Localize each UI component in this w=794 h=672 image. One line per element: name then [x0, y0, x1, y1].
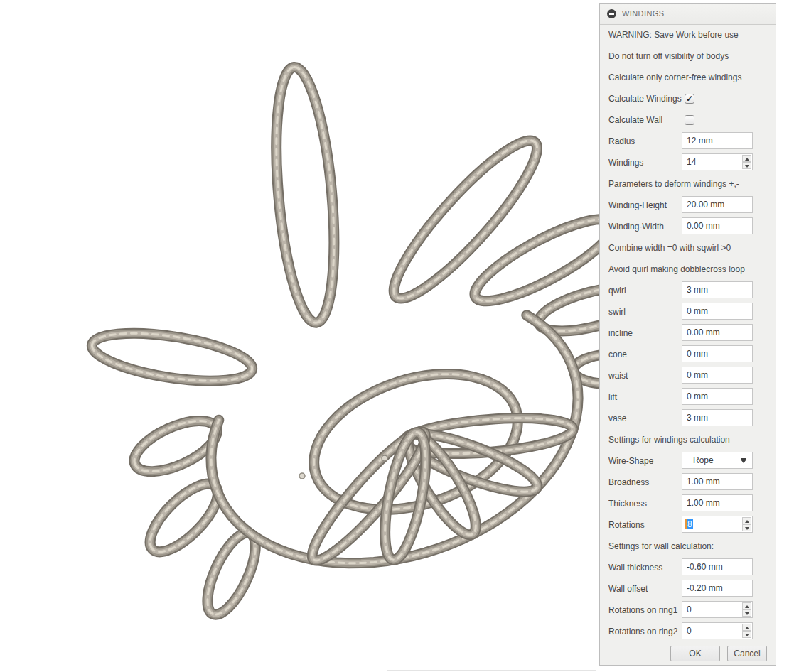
row-radius: Radius12 mm [600, 131, 776, 152]
incline-value: 0.00 mm [682, 325, 720, 340]
swirl-input[interactable]: 0 mm [682, 303, 753, 320]
row-cone: cone0 mm [600, 344, 776, 365]
waist-input[interactable]: 0 mm [682, 367, 753, 384]
row-qwirl: qwirl3 mm [600, 280, 776, 301]
broadness-label: Broadness [608, 477, 649, 487]
thickness-label: Thickness [608, 499, 647, 509]
cone-label: cone [608, 349, 627, 359]
rotations-on-ring2-spin-up-button[interactable] [742, 624, 751, 631]
vase-value: 3 mm [682, 410, 708, 426]
rotations-on-ring2-input[interactable]: 0 [682, 622, 753, 639]
winding-width-input[interactable]: 0.00 mm [682, 217, 753, 234]
collapse-minus-icon[interactable] [607, 9, 616, 18]
warning-save-work-before-use-label: WARNING: Save Work before use [608, 30, 739, 40]
3d-viewport[interactable] [0, 0, 599, 672]
row-waist: waist0 mm [600, 365, 776, 386]
row-thickness: Thickness1.00 mm [600, 493, 776, 514]
dialog-header: WINDINGS [600, 4, 776, 25]
wire-shape-value: Rope [682, 452, 714, 468]
calculate-only-corner-free-windings-label: Calculate only corner-free windings [608, 72, 741, 82]
cone-value: 0 mm [682, 346, 708, 362]
incline-label: incline [608, 328, 633, 338]
thickness-input[interactable]: 1.00 mm [682, 494, 753, 511]
rotations-input[interactable]: 8 [682, 516, 753, 533]
qwirl-value: 3 mm [682, 282, 708, 298]
calculate-wall-label: Calculate Wall [608, 115, 662, 125]
rotations-on-ring1-label: Rotations on ring1 [608, 605, 677, 615]
dialog-footer: OK Cancel [600, 641, 776, 665]
windings-value: 14 [682, 154, 696, 170]
wire-shape-select[interactable]: Rope [682, 452, 753, 469]
do-not-turn-off-visibility-of-bodys-label: Do not turn off visibility of bodys [608, 51, 729, 61]
vertex-marker[interactable] [382, 455, 387, 461]
rotations-on-ring2-spin-down-button[interactable] [742, 631, 751, 638]
waist-label: waist [608, 371, 628, 381]
windings-label: Windings [608, 158, 643, 168]
winding-height-value: 20.00 mm [682, 197, 724, 212]
lift-input[interactable]: 0 mm [682, 388, 753, 405]
row-rotations-on-ring1: Rotations on ring10 [600, 600, 776, 621]
settings-for-windings-calculation-label: Settings for windings calculation [608, 435, 730, 445]
toolbar-edge-line [387, 670, 596, 671]
winding-height-label: Winding-Height [608, 200, 667, 210]
radius-value: 12 mm [682, 133, 713, 148]
row-incline: incline0.00 mm [600, 323, 776, 344]
radius-input[interactable]: 12 mm [682, 132, 753, 149]
incline-input[interactable]: 0.00 mm [682, 324, 753, 341]
rotations-value: 8 [687, 519, 693, 529]
calculate-wall-checkbox[interactable] [685, 115, 694, 125]
rotations-spin-up-button[interactable] [742, 517, 751, 524]
rotations-on-ring1-value: 0 [682, 602, 692, 617]
winding-width-value: 0.00 mm [682, 218, 720, 234]
wall-offset-value: -0.20 mm [682, 580, 723, 596]
winding-height-input[interactable]: 20.00 mm [682, 196, 753, 213]
qwirl-input[interactable]: 3 mm [682, 281, 753, 298]
winding-width-label: Winding-Width [608, 222, 664, 232]
swirl-value: 0 mm [682, 303, 708, 319]
row-swirl: swirl0 mm [600, 301, 776, 323]
windings-dialog: WINDINGS WARNING: Save Work before useDo… [599, 3, 776, 666]
swirl-label: swirl [608, 307, 626, 317]
cone-input[interactable]: 0 mm [682, 345, 753, 362]
wall-offset-input[interactable]: -0.20 mm [682, 580, 753, 597]
wall-thickness-value: -0.60 mm [682, 559, 723, 575]
vase-input[interactable]: 3 mm [682, 409, 753, 426]
windings-spin-down-button[interactable] [742, 162, 751, 169]
radius-label: Radius [608, 136, 635, 146]
row-calculate-wall: Calculate Wall [600, 109, 776, 131]
wall-thickness-label: Wall thickness [608, 563, 662, 573]
row-rotations-on-ring2: Rotations on ring20 [600, 621, 776, 642]
row-rotations: Rotations8 [600, 514, 776, 536]
windings-input[interactable]: 14 [682, 153, 753, 170]
dialog-body: WARNING: Save Work before useDo not turn… [600, 24, 776, 642]
row-wall-thickness: Wall thickness-0.60 mm [600, 557, 776, 578]
row-broadness: Broadness1.00 mm [600, 472, 776, 493]
calculate-windings-checkbox[interactable]: ✓ [685, 94, 694, 104]
app-window: WINDINGS WARNING: Save Work before useDo… [0, 0, 794, 672]
note-calculate-only-corner-free-windings: Calculate only corner-free windings [600, 67, 776, 88]
note-do-not-turn-off-visibility-of-bodys: Do not turn off visibility of bodys [600, 45, 776, 67]
rotations-label: Rotations [608, 520, 645, 530]
note-settings-for-wall-calculation: Settings for wall calculation: [600, 536, 776, 557]
row-winding-width: Winding-Width0.00 mm [600, 216, 776, 237]
lift-value: 0 mm [682, 389, 708, 404]
windings-spin-up-button[interactable] [742, 155, 751, 162]
calculate-windings-label: Calculate Windings [608, 94, 682, 104]
thickness-value: 1.00 mm [682, 495, 720, 511]
vertex-marker[interactable] [299, 473, 305, 479]
rotations-on-ring1-spin-up-button[interactable] [742, 602, 751, 609]
rotations-on-ring1-spin-down-button[interactable] [742, 609, 751, 617]
note-settings-for-windings-calculation: Settings for windings calculation [600, 429, 776, 450]
rotations-on-ring2-value: 0 [682, 623, 692, 639]
cancel-button[interactable]: Cancel [727, 646, 767, 661]
note-combine-width-0-with-sqwirl-0: Combine width =0 with sqwirl >0 [600, 237, 776, 259]
rope-model [0, 0, 599, 672]
settings-for-wall-calculation-label: Settings for wall calculation: [608, 541, 714, 551]
broadness-input[interactable]: 1.00 mm [682, 473, 753, 490]
rotations-spin-down-button[interactable] [742, 524, 751, 531]
rotations-on-ring1-input[interactable]: 0 [682, 601, 753, 618]
ok-button[interactable]: OK [670, 646, 720, 661]
row-calculate-windings: Calculate Windings✓ [600, 88, 776, 109]
row-windings: Windings14 [600, 152, 776, 173]
wall-thickness-input[interactable]: -0.60 mm [682, 558, 753, 575]
